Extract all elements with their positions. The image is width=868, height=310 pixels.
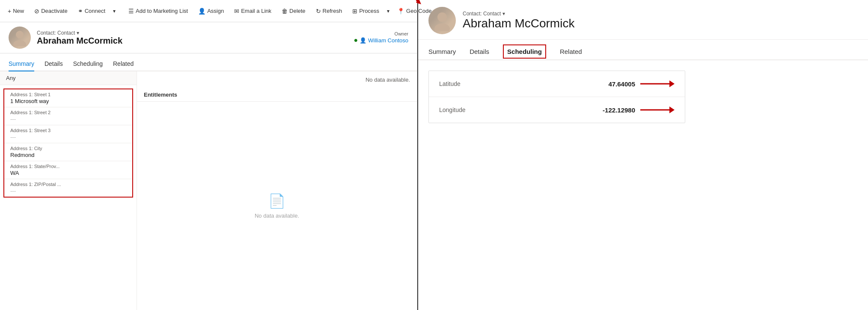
owner-value: ● 👤 William Contoso [354,36,408,44]
longitude-label: Longitude [439,106,466,113]
add-marketing-button[interactable]: ☰ Add to Marketing List [124,5,192,17]
geocode-icon: 📍 [397,8,404,15]
entitlements-section: Entitlements 📄 No data available. [137,88,417,310]
connect-button[interactable]: ⚭ Connect [74,5,110,17]
rp-tab-related[interactable]: Related [560,44,582,60]
geo-card: Latitude 47.64005 Longitude -122.12980 [428,71,685,123]
tab-related[interactable]: Related [113,57,134,71]
field-row-street2: Address 1: Street 2 --- [4,107,132,125]
svg-point-5 [434,24,450,31]
svg-point-2 [16,31,24,38]
svg-point-3 [13,40,26,46]
deactivate-icon: ⊘ [34,8,39,15]
entitlements-body: 📄 No data available. [137,102,417,310]
record-header-right: Owner ● 👤 William Contoso [354,31,408,44]
assign-icon: 👤 [198,8,205,15]
document-icon: 📄 [268,193,285,209]
email-icon: ✉ [234,8,239,15]
field-row-zip: Address 1: ZIP/Postal ... --- [4,179,132,197]
add-marketing-icon: ☰ [128,8,134,15]
latitude-value: 47.64005 [608,80,635,88]
rp-tab-bar: Summary Details Scheduling Related [418,40,868,60]
field-row-street3: Address 1: Street 3 --- [4,125,132,143]
rp-entity-chevron-icon: ▾ [502,11,505,17]
delete-button[interactable]: 🗑 Delete [277,5,310,17]
right-panel: Contact: Contact ▾ Abraham McCormick Sum… [417,0,868,310]
email-link-button[interactable]: ✉ Email a Link [230,5,276,17]
geocode-arrow [406,0,431,6]
longitude-arrow [640,105,675,115]
latitude-value-area: 47.64005 [608,79,675,89]
new-icon: + [8,8,11,15]
field-value-zip: --- [10,188,126,194]
latitude-label: Latitude [439,80,461,87]
rp-title-area: Contact: Contact ▾ Abraham McCormick [463,11,574,30]
field-label-state: Address 1: State/Prov... [10,164,126,169]
tab-bar: Summary Details Scheduling Related [0,53,417,71]
content-area: Any Address 1: Street 1 1 Microsoft way … [0,71,417,310]
latitude-row: Latitude 47.64005 [429,71,685,97]
section-header-any: Any [0,71,137,85]
field-label-zip: Address 1: ZIP/Postal ... [10,182,126,187]
owner-label: Owner [354,31,408,36]
new-button[interactable]: + New [3,5,28,17]
svg-point-4 [437,12,447,22]
field-row-city: Address 1: City Redmond [4,143,132,161]
assign-button[interactable]: 👤 Assign [194,5,228,17]
rp-name: Abraham McCormick [463,17,574,30]
tab-summary[interactable]: Summary [9,57,34,71]
address-group: Address 1: Street 1 1 Microsoft way Addr… [3,89,133,198]
record-header-left: Contact: Contact ▾ Abraham McCormick [9,27,122,49]
rp-tab-details[interactable]: Details [470,44,489,60]
field-row-state: Address 1: State/Prov... WA [4,161,132,179]
rp-tab-scheduling[interactable]: Scheduling [503,44,546,59]
connect-chevron[interactable]: ▾ [111,6,117,17]
field-value-street2: --- [10,116,126,122]
entitlements-no-data: No data available. [255,213,299,219]
entity-chevron-icon: ▾ [77,30,79,36]
delete-icon: 🗑 [282,8,288,15]
rp-header: Contact: Contact ▾ Abraham McCormick [418,0,868,40]
no-data-top: No data available. [137,71,417,88]
process-chevron[interactable]: ▾ [385,6,391,17]
left-panel: + New ⊘ Deactivate ⚭ Connect ▾ ☰ Add to … [0,0,417,310]
process-icon: ⊞ [352,8,357,15]
field-label-street2: Address 1: Street 2 [10,110,126,115]
field-row-street1: Address 1: Street 1 1 Microsoft way [4,89,132,107]
field-value-street3: --- [10,134,126,140]
record-title-area: Contact: Contact ▾ Abraham McCormick [37,30,122,46]
field-value-city: Redmond [10,152,126,158]
record-entity: Contact: Contact ▾ [37,30,122,36]
right-col: No data available. Entitlements 📄 No dat… [137,71,417,310]
longitude-value: -122.12980 [603,106,635,114]
longitude-row: Longitude -122.12980 [429,97,685,123]
rp-content: Latitude 47.64005 Longitude -122.12980 [418,60,868,310]
entitlements-header: Entitlements [137,88,417,102]
field-label-street3: Address 1: Street 3 [10,128,126,133]
refresh-icon: ↻ [316,8,321,15]
field-label-city: Address 1: City [10,146,126,151]
field-value-street1: 1 Microsoft way [10,98,126,104]
left-col: Any Address 1: Street 1 1 Microsoft way … [0,71,137,310]
toolbar: + New ⊘ Deactivate ⚭ Connect ▾ ☰ Add to … [0,0,417,22]
refresh-button[interactable]: ↻ Refresh [312,5,347,17]
geocode-button[interactable]: 📍 Geo Code [393,5,436,17]
longitude-value-area: -122.12980 [603,105,675,115]
connect-icon: ⚭ [78,8,83,15]
rp-tab-summary[interactable]: Summary [428,44,456,60]
tab-scheduling[interactable]: Scheduling [73,57,103,71]
deactivate-button[interactable]: ⊘ Deactivate [30,5,71,17]
record-name: Abraham McCormick [37,36,122,46]
latitude-arrow [640,79,675,89]
rp-entity: Contact: Contact ▾ [463,11,574,17]
owner-person-icon: 👤 [360,37,366,44]
field-value-state: WA [10,170,126,176]
record-header: Contact: Contact ▾ Abraham McCormick Own… [0,22,417,53]
tab-details[interactable]: Details [45,57,63,71]
avatar [9,27,31,49]
owner-link[interactable]: William Contoso [368,37,408,44]
process-button[interactable]: ⊞ Process [348,5,383,17]
owner-status-dot: ● [354,36,358,44]
field-label-street1: Address 1: Street 1 [10,92,126,97]
